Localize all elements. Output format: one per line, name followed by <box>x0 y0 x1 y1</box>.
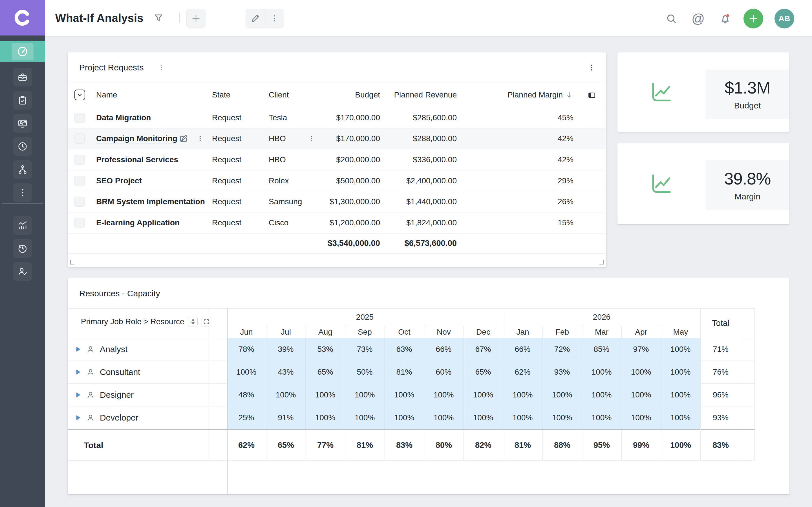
row-checkbox[interactable] <box>74 113 85 123</box>
role-name[interactable]: Designer <box>100 384 134 406</box>
capacity-cell[interactable]: 73% <box>345 338 385 360</box>
column-header-budget[interactable]: Budget <box>296 83 380 107</box>
capacity-cell[interactable]: 67% <box>463 338 503 360</box>
capacity-cell[interactable]: 100% <box>306 384 345 406</box>
capacity-cell[interactable]: 60% <box>424 361 463 383</box>
resize-handle[interactable] <box>599 260 604 265</box>
capacity-cell[interactable]: 100% <box>385 384 424 406</box>
expand-all-button[interactable] <box>202 317 211 327</box>
capacity-cell[interactable]: 78% <box>227 338 266 360</box>
column-header-revenue[interactable]: Planned Revenue <box>372 83 457 107</box>
capacity-cell[interactable]: 65% <box>306 361 345 383</box>
sidebar-item-more[interactable] <box>13 183 32 202</box>
quick-add-button[interactable] <box>744 9 763 29</box>
sidebar-item-resources[interactable] <box>13 114 32 133</box>
capacity-cell[interactable]: 48% <box>227 384 266 406</box>
capacity-cell[interactable]: 100% <box>543 406 582 429</box>
expand-row-arrow-icon[interactable] <box>77 415 80 420</box>
table-row[interactable]: Professional ServicesRequestHBO$200,000.… <box>68 149 606 170</box>
cell-name[interactable]: E-learning Application <box>96 218 180 227</box>
capacity-cell[interactable]: 100% <box>661 384 700 406</box>
table-row[interactable]: Data MigrationRequestTesla$170,000.00$28… <box>68 107 606 128</box>
capacity-cell[interactable]: 65% <box>463 361 503 383</box>
notifications-button[interactable] <box>718 11 732 26</box>
collapse-all-button[interactable] <box>188 317 198 327</box>
capacity-cell[interactable]: 81% <box>385 361 424 383</box>
row-checkbox[interactable] <box>74 133 85 144</box>
column-settings-button[interactable] <box>587 90 597 100</box>
filter-button[interactable] <box>152 12 165 24</box>
table-row[interactable]: E-learning ApplicationRequestCisco$1,200… <box>68 212 606 233</box>
capacity-cell[interactable]: 53% <box>306 338 345 360</box>
cell-name[interactable]: Campaign Monitoring <box>96 134 177 143</box>
row-checkbox[interactable] <box>74 155 85 165</box>
capacity-cell[interactable]: 100% <box>503 406 543 429</box>
row-menu-button[interactable] <box>197 135 204 142</box>
capacity-cell[interactable]: 100% <box>306 406 345 429</box>
cell-name[interactable]: Data Migration <box>96 113 151 122</box>
capacity-cell[interactable]: 100% <box>582 384 621 406</box>
table-row[interactable]: Campaign MonitoringRequestHBO$170,000.00… <box>68 128 606 150</box>
column-header-margin[interactable]: Planned Margin <box>489 83 573 107</box>
capacity-cell[interactable]: 97% <box>621 338 661 360</box>
more-actions-button[interactable] <box>265 9 284 27</box>
cell-name[interactable]: SEO Project <box>96 176 142 185</box>
mention-button[interactable]: @ <box>691 11 705 26</box>
resize-handle[interactable] <box>70 260 74 265</box>
sidebar-item-projects[interactable] <box>13 68 32 87</box>
capacity-cell[interactable]: 100% <box>463 406 503 429</box>
sidebar-item-reports[interactable] <box>13 216 32 235</box>
pane-divider[interactable] <box>227 308 227 494</box>
capacity-cell[interactable]: 66% <box>424 338 463 360</box>
edit-button[interactable] <box>246 9 265 27</box>
capacity-cell[interactable]: 100% <box>582 361 621 383</box>
capacity-cell[interactable]: 100% <box>661 406 700 429</box>
expand-row-arrow-icon[interactable] <box>77 347 80 352</box>
capacity-cell[interactable]: 100% <box>621 384 661 406</box>
capacity-cell[interactable]: 100% <box>385 406 424 429</box>
capacity-cell[interactable]: 39% <box>266 338 306 360</box>
expand-row-arrow-icon[interactable] <box>77 370 80 375</box>
role-name[interactable]: Analyst <box>100 338 128 360</box>
cell-name[interactable]: Professional Services <box>96 155 178 164</box>
capacity-cell[interactable]: 50% <box>345 361 385 383</box>
capacity-cell[interactable]: 63% <box>385 338 424 360</box>
table-row[interactable]: BRM System ImplementationRequestSamsung$… <box>68 191 606 212</box>
capacity-cell[interactable]: 25% <box>227 406 266 429</box>
column-header-name[interactable]: Name <box>96 83 117 107</box>
row-checkbox[interactable] <box>74 176 85 186</box>
capacity-cell[interactable]: 100% <box>345 384 385 406</box>
sidebar-item-workflow[interactable] <box>13 160 32 179</box>
capacity-cell[interactable]: 100% <box>621 406 661 429</box>
capacity-cell[interactable]: 43% <box>266 361 306 383</box>
capacity-cell[interactable]: 100% <box>227 361 266 383</box>
role-name[interactable]: Developer <box>100 406 139 429</box>
capacity-cell[interactable]: 100% <box>582 406 621 429</box>
search-button[interactable] <box>664 11 679 26</box>
capacity-cell[interactable]: 100% <box>424 406 463 429</box>
capacity-cell[interactable]: 72% <box>543 338 582 360</box>
sidebar-item-dashboard[interactable] <box>0 41 45 62</box>
select-all-checkbox[interactable] <box>74 90 85 100</box>
capacity-cell[interactable]: 100% <box>266 384 306 406</box>
rename-button[interactable] <box>179 134 189 144</box>
role-name[interactable]: Consultant <box>100 361 140 383</box>
add-button[interactable] <box>186 9 206 28</box>
capacity-cell[interactable]: 93% <box>543 361 582 383</box>
capacity-cell[interactable]: 100% <box>621 361 661 383</box>
widget-title-menu-button[interactable] <box>158 64 165 71</box>
app-logo[interactable] <box>0 0 45 36</box>
capacity-cell[interactable]: 62% <box>503 361 543 383</box>
sidebar-item-approvals[interactable] <box>13 262 32 281</box>
sidebar-item-history[interactable] <box>13 239 32 258</box>
capacity-cell[interactable]: 66% <box>503 338 543 360</box>
capacity-cell[interactable]: 100% <box>661 338 700 360</box>
cell-name[interactable]: BRM System Implementation <box>96 197 205 206</box>
column-header-client[interactable]: Client <box>269 83 289 107</box>
capacity-cell[interactable]: 85% <box>582 338 621 360</box>
row-checkbox[interactable] <box>74 218 85 228</box>
capacity-cell[interactable]: 100% <box>661 361 700 383</box>
avatar[interactable]: AB <box>774 9 794 29</box>
column-header-state[interactable]: State <box>212 83 231 107</box>
expand-row-arrow-icon[interactable] <box>77 392 80 397</box>
